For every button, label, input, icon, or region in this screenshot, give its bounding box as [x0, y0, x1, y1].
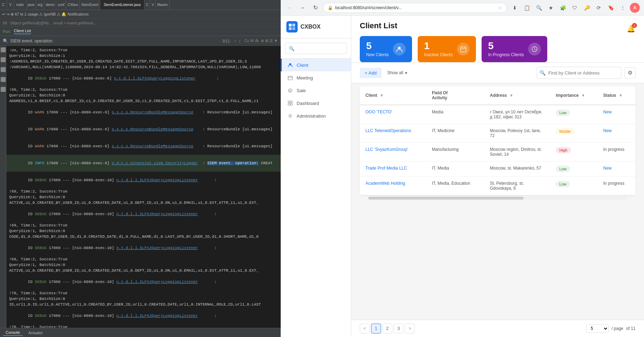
browser-copy-btn[interactable]: 📋 [522, 3, 532, 13]
status-text-0: New [603, 110, 612, 114]
table-row[interactable]: LLC 'SvyazKomGroup' Manufacturing Moscow… [360, 143, 636, 161]
browser-star-btn[interactable]: ★ [546, 3, 556, 13]
browser-menu-btn[interactable]: ⋮ [618, 3, 628, 13]
browser-avatar[interactable]: A [630, 3, 640, 13]
logo-text: CXBOX [300, 24, 321, 30]
browser-sync-btn[interactable]: ⟳ [594, 3, 604, 13]
ide-tab-v[interactable]: V [7, 0, 14, 10]
show-all-label[interactable]: Show all ▼ [387, 70, 408, 75]
browser-forward-btn[interactable]: → [298, 3, 308, 13]
sidebar-search-input[interactable] [285, 43, 347, 54]
ide-tab-file[interactable]: C [0, 0, 7, 10]
table-container[interactable]: Client ▼ Field OfActivity Address ▼ [351, 83, 644, 320]
status-filter-icon[interactable]: ▼ [619, 93, 623, 97]
client-link-3[interactable]: Trade Prof Media LLC [365, 166, 407, 171]
client-link-2[interactable]: LLC 'SvyazKomGroup' [365, 147, 408, 152]
ide-tab-siemeventlistener[interactable]: SiemEventListener.java [100, 0, 145, 10]
svg-rect-0 [289, 24, 292, 26]
client-link-1[interactable]: LLC TelemedOperations [365, 128, 411, 133]
td-client-0[interactable]: ООО 'ТЕСТО' [360, 105, 426, 124]
stat-number-inactive: 1 [424, 41, 453, 51]
search-input[interactable] [537, 67, 621, 79]
log-line-27: QuerySize:1, BatchSize:0 [6, 296, 281, 302]
td-client-3[interactable]: Trade Prof Media LLC [360, 161, 426, 177]
client-filter-icon[interactable]: ▼ [380, 93, 384, 97]
browser-zoom-btn[interactable]: 🔍 [534, 3, 544, 13]
page-btn-1[interactable]: 1 [371, 324, 381, 333]
ide-tab-c2[interactable]: C [144, 0, 150, 10]
status-text-3: New [603, 166, 612, 171]
table-row[interactable]: ООО 'ТЕСТО' Media г Омск, ул 10 лет Октя… [360, 105, 636, 124]
log-line-11: IO WARN 17060 --- [nio-8080-exec-6] o.s.… [6, 138, 281, 155]
address-filter-icon[interactable]: ▼ [509, 93, 513, 97]
sidebar-item-meeting[interactable]: Meeting [281, 71, 351, 84]
tab-actuator[interactable]: Actuator [25, 330, 46, 336]
app-panel: ← → ↻ 🔒 localhost:8080/ui/#/screen/clien… [281, 0, 644, 337]
sidebar-item-dashboard[interactable]: Dashboard [281, 97, 351, 110]
page-prev-btn[interactable]: < [360, 324, 370, 333]
td-client-2[interactable]: LLC 'SvyazKomGroup' [360, 143, 426, 161]
ide-tab-cxbox[interactable]: CXbox [66, 0, 80, 10]
per-page-select[interactable]: 5 10 20 [586, 324, 609, 333]
browser-extensions-btn[interactable]: 🧩 [558, 3, 568, 13]
page-btn-2[interactable]: 2 [382, 324, 392, 333]
ide-tab-org[interactable]: org [36, 0, 44, 10]
page-btn-3[interactable]: 3 [394, 324, 404, 333]
client-link-0[interactable]: ООО 'ТЕСТО' [365, 110, 392, 114]
page-next-btn[interactable]: > [405, 324, 415, 333]
th-importance[interactable]: Importance ▼ [550, 86, 597, 105]
ide-log-content[interactable]: :oo, Time:2, Success:True QuerySize:1, B… [6, 46, 281, 328]
sidebar-item-sale[interactable]: $ Sale [281, 84, 351, 97]
sidebar-item-administration[interactable]: Administration [281, 110, 351, 122]
importance-filter-icon[interactable]: ▼ [581, 93, 585, 97]
ide-tab-main[interactable]: main [14, 0, 26, 10]
client-link-4[interactable]: AcademWeb Holding [365, 181, 405, 186]
ide-tab-conf[interactable]: conf [56, 0, 66, 10]
svg-rect-9 [291, 101, 292, 103]
main-header: Client List 🔔 1 5 New Clients [351, 16, 644, 63]
stat-card-inactive-clients[interactable]: 1 Inactive Clients [418, 36, 476, 62]
table-scrollbar-h[interactable] [368, 197, 627, 200]
browser-back-btn[interactable]: ← [285, 3, 295, 13]
table-settings-btn[interactable]: ⚙ [624, 67, 636, 78]
th-status[interactable]: Status ▼ [598, 86, 636, 105]
search-up-btn[interactable]: ↑ [234, 38, 237, 43]
status-text-1: New [603, 128, 612, 133]
browser-profile-btn[interactable]: 🔑 [582, 3, 592, 13]
td-importance-3: Low [550, 161, 597, 177]
sidebar-label-administration: Administration [297, 113, 326, 119]
ide-tab-v2[interactable]: V [150, 0, 156, 10]
ide-tab-bar: C V main java org demo conf CXbox SiemEv… [0, 0, 281, 10]
table-row[interactable]: LLC TelemedOperations IT, Medicine Mosco… [360, 124, 636, 143]
table-row[interactable]: AcademWeb Holding IT, Media, Education S… [360, 177, 636, 195]
ide-tab-siem[interactable]: SiemEvent [80, 0, 100, 10]
browser-url-bar[interactable]: 🔒 localhost:8080/ui/#/screen/client/v...… [323, 3, 507, 13]
tab-console[interactable]: Console [3, 330, 23, 336]
browser-fav-btn[interactable]: 🔖 [606, 3, 616, 13]
sidebar-item-client[interactable]: Client [281, 59, 351, 71]
search-down-btn[interactable]: ↓ [238, 38, 241, 43]
ide-tab-demo[interactable]: demo [44, 0, 56, 10]
th-client[interactable]: Client ▼ [360, 86, 426, 105]
td-client-4[interactable]: AcademWeb Holding [360, 177, 426, 195]
stat-card-new-clients[interactable]: 5 New Clients [360, 36, 412, 62]
add-button[interactable]: + Add [360, 68, 382, 78]
browser-refresh-btn[interactable]: ↻ [310, 3, 320, 13]
run-app-tab[interactable]: Client List [14, 29, 31, 34]
td-field-3: IT, Media [426, 161, 484, 177]
table-row[interactable]: Trade Prof Media LLC IT, Media Moscow, s… [360, 161, 636, 177]
ide-tab-java[interactable]: java [26, 0, 36, 10]
log-line-14: !69, Time:2, Success:True [6, 189, 281, 194]
stat-card-inprogress-clients[interactable]: 5 In Progress Clients [482, 36, 547, 62]
browser-shield-btn[interactable]: 🛡 [570, 3, 580, 13]
ide-tab-maven[interactable]: Maven [156, 0, 169, 10]
search-label: SIEM event. operation: [10, 39, 53, 43]
th-address-label: Address [490, 93, 507, 98]
page-title: Client List [360, 21, 397, 30]
td-client-1[interactable]: LLC TelemedOperations [360, 124, 426, 143]
sale-icon: $ [287, 88, 293, 93]
th-address[interactable]: Address ▼ [484, 86, 550, 105]
td-importance-0: Low [550, 105, 597, 124]
browser-download-btn[interactable]: ⬇ [510, 3, 520, 13]
ssl-lock-icon: 🔒 [328, 5, 333, 10]
